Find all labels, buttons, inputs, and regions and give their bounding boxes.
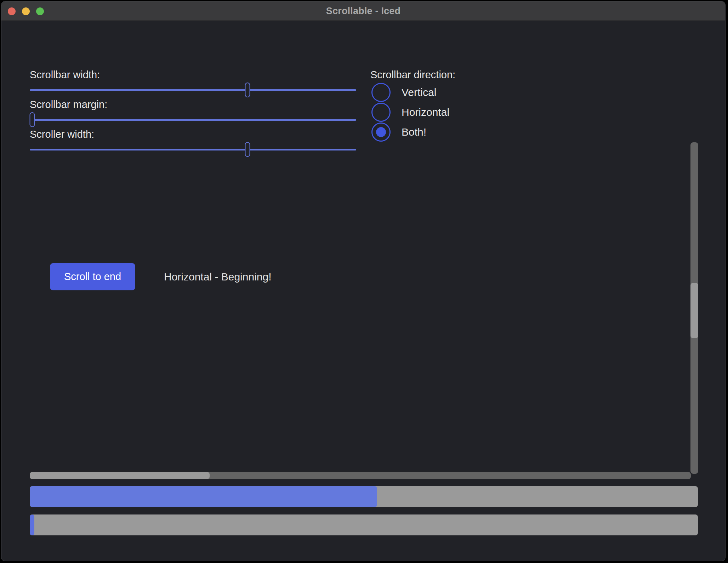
radio-option-horizontal[interactable]: Horizontal <box>371 103 449 122</box>
scrollbar-width-label: Scrollbar width: <box>30 68 100 81</box>
scroll-status-text: Horizontal - Beginning! <box>164 263 272 290</box>
window-title: Scrollable - Iced <box>326 6 400 17</box>
app-window: Scrollable - Iced Scrollbar width: Scrol… <box>1 1 726 561</box>
scrollbar-width-slider[interactable] <box>30 83 356 97</box>
slider-handle[interactable] <box>245 83 250 97</box>
slider-track[interactable] <box>30 119 356 121</box>
radio-icon[interactable] <box>371 103 391 122</box>
progress-fill <box>30 486 377 507</box>
scrollbar-margin-label: Scrollbar margin: <box>30 98 107 111</box>
scroller-width-label: Scroller width: <box>30 127 94 141</box>
scroll-to-end-button[interactable]: Scroll to end <box>50 263 135 290</box>
progress-fill <box>30 514 34 535</box>
radio-option-both[interactable]: Both! <box>371 123 426 142</box>
horizontal-progress-bar <box>30 486 698 507</box>
radio-icon[interactable] <box>371 83 391 102</box>
slider-handle[interactable] <box>245 142 250 157</box>
radio-option-vertical[interactable]: Vertical <box>371 83 436 102</box>
scrollbar-direction-label: Scrollbar direction: <box>370 68 455 81</box>
radio-label: Vertical <box>402 86 436 98</box>
scroller-width-slider[interactable] <box>30 142 356 157</box>
vertical-scrollbar[interactable] <box>690 142 698 474</box>
horizontal-scrollbar-thumb[interactable] <box>30 472 210 479</box>
radio-label: Horizontal <box>402 106 449 118</box>
horizontal-scrollbar[interactable] <box>30 472 691 479</box>
radio-icon[interactable] <box>371 123 391 142</box>
vertical-scrollbar-thumb[interactable] <box>690 283 698 338</box>
titlebar: Scrollable - Iced <box>1 1 725 21</box>
content-area: Scrollbar width: Scrollbar margin: Scrol… <box>1 21 725 561</box>
close-icon[interactable] <box>8 7 16 15</box>
traffic-lights <box>8 7 44 15</box>
vertical-progress-bar <box>30 514 698 535</box>
minimize-icon[interactable] <box>22 7 30 15</box>
slider-handle[interactable] <box>30 112 35 127</box>
slider-track[interactable] <box>30 89 356 91</box>
radio-label: Both! <box>402 126 426 138</box>
zoom-icon[interactable] <box>36 7 44 15</box>
slider-track[interactable] <box>30 149 356 150</box>
scrollbar-margin-slider[interactable] <box>30 112 356 127</box>
screen: Scrollable - Iced Scrollbar width: Scrol… <box>0 0 728 563</box>
